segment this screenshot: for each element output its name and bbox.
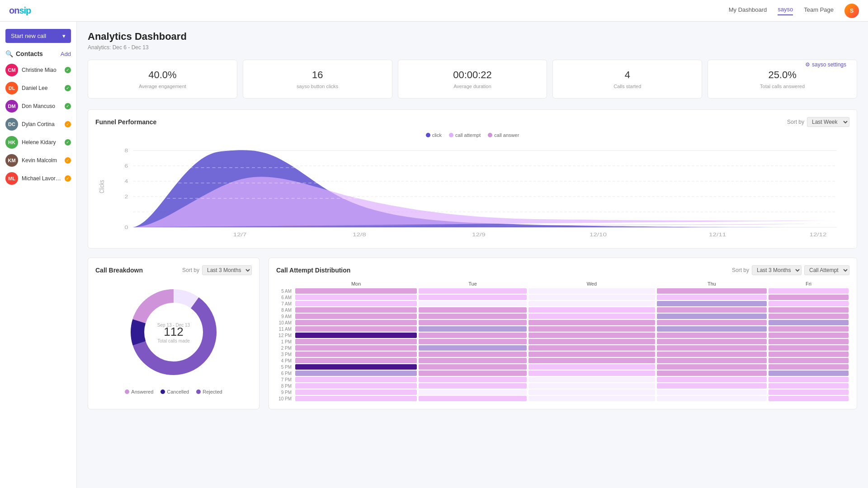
legend-answered: Answered [125, 389, 153, 394]
heat-cell [528, 395, 656, 402]
heat-cell [418, 326, 528, 332]
time-label: 7 AM [276, 300, 294, 307]
breakdown-sort-select[interactable]: Last 3 Months [202, 265, 252, 275]
heat-cell [294, 326, 418, 332]
heat-cell [418, 294, 528, 300]
contact-avatar: ML [5, 172, 18, 185]
contact-name: Dylan Cortina [22, 121, 61, 127]
avatar[interactable]: S [844, 4, 859, 18]
gear-icon: ⚙ [805, 61, 810, 68]
heat-cell [528, 313, 656, 319]
svg-text:12/9: 12/9 [472, 232, 486, 237]
settings-link[interactable]: ⚙ sayso settings [805, 61, 846, 68]
time-label: 10 AM [276, 319, 294, 326]
heat-cell [528, 338, 656, 345]
heat-cell [418, 300, 528, 307]
funnel-sort: Sort by Last Week Last Month [787, 117, 849, 127]
heat-cell [418, 345, 528, 351]
contact-avatar: KM [5, 154, 18, 167]
time-label: 8 PM [276, 383, 294, 389]
logo: onsip [9, 5, 31, 16]
contact-name: Christine Miao [22, 67, 61, 73]
svg-text:0: 0 [125, 225, 128, 230]
heat-cell [294, 357, 418, 364]
heat-cell [656, 319, 768, 326]
donut-legend: Answered Cancelled Rejected [95, 389, 252, 394]
heat-cell [656, 288, 768, 294]
heat-cell [528, 370, 656, 376]
status-icon: ✓ [65, 175, 71, 182]
contacts-list: CM Christine Miao ✓ DL Daniel Lee ✓ DM D… [0, 61, 76, 188]
legend-rejected: Rejected [196, 389, 222, 394]
time-label: 6 AM [276, 294, 294, 300]
heat-cell [294, 300, 418, 307]
heat-cell [528, 345, 656, 351]
funnel-sort-select[interactable]: Last Week Last Month [807, 117, 849, 127]
svg-text:2: 2 [125, 194, 128, 200]
heatmap-row: 11 AM [276, 326, 849, 332]
heatmap-day-header: Wed [528, 280, 656, 288]
contact-avatar: HK [5, 136, 18, 149]
dropdown-arrow-icon: ▾ [62, 33, 66, 39]
contact-item[interactable]: DL Daniel Lee ✓ [0, 79, 76, 97]
heat-cell [656, 338, 768, 345]
heat-cell [656, 383, 768, 389]
start-new-call-button[interactable]: Start new call ▾ [5, 29, 71, 43]
nav-team-page[interactable]: Team Page [804, 6, 834, 15]
stat-value-4: 25.0% [715, 69, 849, 81]
heat-cell [294, 307, 418, 313]
time-label: 6 PM [276, 370, 294, 376]
attempt-sort-select-period[interactable]: Last 3 Months [752, 265, 802, 275]
heat-cell [294, 351, 418, 357]
nav-my-dashboard[interactable]: My Dashboard [729, 6, 767, 15]
call-attempt-title: Call Attempt Distribution [276, 267, 350, 274]
heatmap-row: 12 PM [276, 332, 849, 338]
heatmap-day-header: Mon [294, 280, 418, 288]
nav-sayso[interactable]: sayso [778, 6, 793, 15]
heatmap-table: MonTueWedThuFri5 AM6 AM7 AM8 AM9 AM10 AM… [276, 280, 849, 402]
heat-cell [656, 307, 768, 313]
contact-item[interactable]: KM Kevin Malcolm ✓ [0, 151, 76, 169]
heat-cell [768, 313, 849, 319]
heat-cell [768, 307, 849, 313]
heat-cell [768, 364, 849, 370]
heat-cell [656, 351, 768, 357]
heat-cell [528, 389, 656, 395]
contact-item[interactable]: DC Dylan Cortina ✓ [0, 115, 76, 133]
heat-cell [418, 364, 528, 370]
heat-cell [768, 332, 849, 338]
heat-cell [528, 319, 656, 326]
svg-text:12/8: 12/8 [353, 232, 366, 237]
stat-value-3: 4 [560, 69, 694, 81]
heat-cell [656, 326, 768, 332]
heat-cell [656, 294, 768, 300]
heatmap-day-header: Fri [768, 280, 849, 288]
heat-cell [528, 357, 656, 364]
contact-item[interactable]: DM Don Mancuso ✓ [0, 97, 76, 115]
time-label: 9 AM [276, 313, 294, 319]
heat-cell [294, 294, 418, 300]
svg-text:12/11: 12/11 [709, 232, 726, 237]
heatmap-row: 10 PM [276, 395, 849, 402]
heat-cell [418, 313, 528, 319]
bottom-row: Call Breakdown Sort by Last 3 Months [88, 258, 857, 409]
heatmap-row: 2 PM [276, 345, 849, 351]
heat-cell [656, 395, 768, 402]
contact-item[interactable]: ML Michael Lavorgna ✓ [0, 169, 76, 188]
heat-cell [418, 357, 528, 364]
svg-text:12/10: 12/10 [590, 232, 607, 237]
contact-item[interactable]: CM Christine Miao ✓ [0, 61, 76, 79]
heat-cell [768, 300, 849, 307]
status-icon: ✓ [65, 157, 71, 164]
time-label: 5 PM [276, 364, 294, 370]
contact-item[interactable]: HK Helene Kidary ✓ [0, 133, 76, 151]
svg-text:12/7: 12/7 [233, 232, 247, 237]
heat-cell [418, 389, 528, 395]
attempt-sort-select-type[interactable]: Call Attempt [804, 265, 849, 275]
heat-cell [418, 307, 528, 313]
heatmap-row: 3 PM [276, 351, 849, 357]
contact-name: Kevin Malcolm [22, 157, 61, 164]
add-contact-link[interactable]: Add [61, 51, 71, 57]
legend-call-attempt: call attempt [449, 132, 481, 138]
heat-cell [528, 307, 656, 313]
